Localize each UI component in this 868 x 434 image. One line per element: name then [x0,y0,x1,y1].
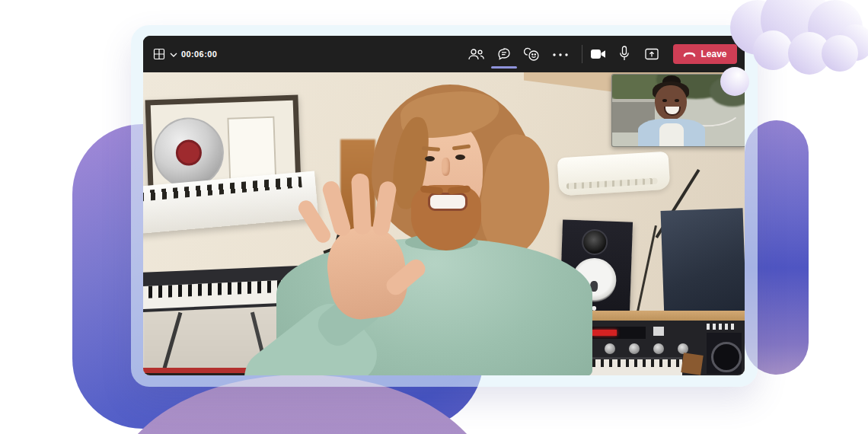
gallery-layout-button[interactable] [152,48,166,60]
microphone-icon [619,46,630,62]
man-eye [425,156,435,161]
chat-active-underline [491,66,517,69]
jog-wheel [711,342,742,372]
decor-sphere [720,67,749,96]
more-options-icon [553,53,568,56]
reactions-button[interactable] [523,46,541,62]
mixer-knob [605,343,615,354]
mixer-knob [653,343,664,354]
man-smile [428,193,468,211]
meeting-toolbar: 00:06:00 [143,36,745,72]
ac-vent [566,178,658,190]
gallery-layout-icon [153,48,165,60]
rack-connectors [707,324,737,330]
chat-button[interactable] [496,46,512,62]
meeting-window: 00:06:00 [143,36,745,375]
air-conditioner [557,152,671,196]
share-screen-icon [644,47,659,61]
more-options-button[interactable] [552,53,569,56]
reactions-icon [524,47,541,62]
man-nose [442,158,450,176]
participants-button[interactable] [467,47,485,61]
hang-up-icon [683,51,696,57]
share-screen-button[interactable] [643,46,659,61]
meeting-timer: 00:06:00 [181,49,217,59]
mixer-knob [629,343,640,354]
toolbar-divider [582,45,582,63]
participants-icon [468,48,484,61]
synth-wood-panel [681,353,703,375]
woman-eye [675,99,679,102]
page: 00:06:00 [0,0,868,434]
microphone-button[interactable] [618,46,630,62]
rack-display [586,327,646,339]
rack-label [653,327,664,336]
studio-monitor-screen [661,208,745,319]
woman-shirt [659,123,684,146]
mic-stand [637,225,657,311]
camera-icon [590,48,607,60]
woman-eye [662,99,667,102]
turntable-unit [707,333,742,374]
chevron-down-icon [170,53,177,57]
layout-menu-button[interactable] [169,52,178,58]
camera-button[interactable] [589,48,607,60]
speaker-tweeter [582,228,608,255]
chat-icon [496,46,512,62]
rack-led-digits [592,330,617,336]
finger [351,173,372,235]
man-eye [455,155,465,160]
